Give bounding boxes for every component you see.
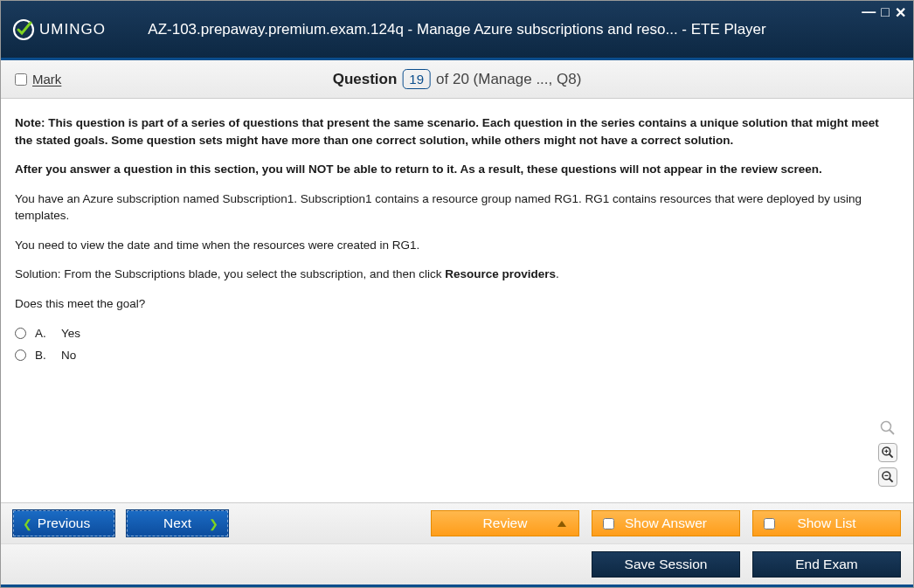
logo-check-icon	[11, 17, 36, 42]
window-controls: — □ ✕	[862, 4, 906, 21]
svg-line-4	[890, 454, 893, 458]
app-logo: UMINGO	[11, 17, 106, 42]
zoom-tools	[878, 419, 897, 487]
triangle-up-icon	[557, 521, 566, 527]
question-total: of 20 (Manage ..., Q8)	[436, 71, 581, 88]
option-text: No	[61, 347, 76, 364]
title-bar: UMINGO AZ-103.prepaway.premium.exam.124q…	[1, 1, 913, 60]
question-indicator: Question 19 of 20 (Manage ..., Q8)	[333, 69, 582, 89]
zoom-out-icon[interactable]	[878, 467, 897, 487]
question-content: Note: This question is part of a series …	[1, 99, 913, 497]
end-exam-button[interactable]: End Exam	[752, 551, 901, 578]
question-header: Mark Question 19 of 20 (Manage ..., Q8)	[1, 60, 913, 99]
scenario-p1: You have an Azure subscription named Sub…	[15, 190, 899, 225]
zoom-in-icon[interactable]	[878, 443, 897, 462]
option-b[interactable]: B. No	[15, 347, 899, 364]
show-answer-button[interactable]: Show Answer	[592, 510, 740, 536]
scenario-p2: You need to view the date and time when …	[15, 237, 899, 254]
next-button[interactable]: Next ❯	[127, 510, 228, 536]
previous-button[interactable]: ❮ Previous	[13, 510, 114, 536]
save-session-button[interactable]: Save Session	[592, 551, 740, 578]
minimize-icon[interactable]: —	[862, 4, 876, 21]
chevron-left-icon: ❮	[23, 517, 32, 530]
mark-checkbox-wrap[interactable]: Mark	[15, 72, 61, 86]
after-note-text: After you answer a question in this sect…	[15, 163, 822, 176]
option-a[interactable]: A. Yes	[15, 325, 899, 342]
radio-icon[interactable]	[15, 349, 26, 361]
chevron-right-icon: ❯	[209, 517, 218, 530]
footer: ❮ Previous Next ❯ Review Show Answer Sho…	[1, 502, 913, 587]
show-answer-checkbox[interactable]	[603, 518, 614, 529]
show-list-button[interactable]: Show List	[752, 510, 901, 536]
svg-point-1	[882, 422, 891, 432]
logo-text: UMINGO	[39, 21, 106, 38]
mark-checkbox[interactable]	[15, 73, 27, 86]
options-list: A. Yes B. No	[15, 325, 899, 364]
review-button[interactable]: Review	[431, 510, 579, 536]
option-letter: A.	[35, 325, 52, 342]
svg-line-8	[890, 479, 893, 482]
maximize-icon[interactable]: □	[881, 4, 890, 21]
option-text: Yes	[61, 325, 80, 342]
close-icon[interactable]: ✕	[895, 4, 906, 21]
option-letter: B.	[35, 347, 52, 364]
mark-label[interactable]: Mark	[32, 72, 61, 86]
goal-question: Does this meet the goal?	[15, 295, 899, 313]
svg-line-2	[890, 430, 894, 434]
solution-line: Solution: From the Subscriptions blade, …	[15, 266, 899, 283]
show-list-checkbox[interactable]	[764, 518, 775, 529]
window-title: AZ-103.prepaway.premium.exam.124q - Mana…	[148, 21, 765, 38]
question-word: Question	[333, 71, 398, 88]
question-number: 19	[402, 69, 431, 89]
nav-button-row: ❮ Previous Next ❯ Review Show Answer Sho…	[1, 502, 913, 543]
zoom-reset-icon[interactable]	[878, 419, 897, 438]
note-text: Note: This question is part of a series …	[15, 116, 879, 147]
session-button-row: Save Session End Exam	[1, 543, 913, 587]
radio-icon[interactable]	[15, 328, 26, 339]
